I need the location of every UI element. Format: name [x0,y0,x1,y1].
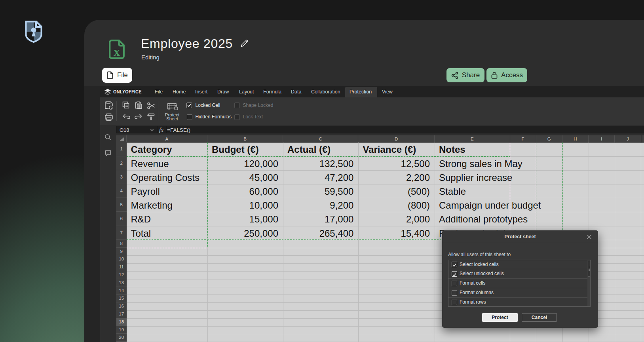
svg-text:x: x [114,44,120,59]
